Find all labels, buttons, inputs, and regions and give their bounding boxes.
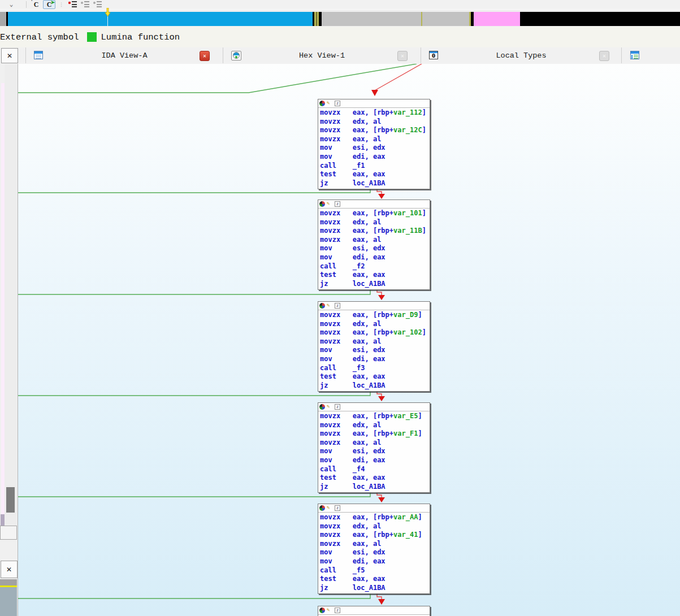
graph-view-canvas[interactable]: ✎zmovzx eax, [rbp+var_112]movzx edx, alm… (18, 64, 680, 616)
asm-line[interactable]: jz loc_A1BA (320, 584, 430, 593)
asm-line[interactable]: jz loc_A1BA (320, 381, 430, 391)
nav-band-segment[interactable] (8, 12, 313, 26)
asm-line[interactable]: movzx edx, al (320, 320, 430, 329)
frame-node-icon[interactable]: z (335, 101, 340, 106)
close-panel-button[interactable]: ✕ (1, 48, 18, 63)
link-list-icon[interactable] (93, 1, 102, 8)
asm-line[interactable]: mov esi, edx (320, 244, 430, 253)
nav-band-segment[interactable] (0, 12, 6, 26)
asm-line[interactable]: call _f4 (320, 465, 430, 474)
asm-line[interactable]: movzx eax, al (320, 337, 430, 346)
nav-band-segment[interactable] (422, 12, 469, 26)
edit-node-icon[interactable]: ✎ (327, 201, 333, 207)
asm-line[interactable]: mov edi, eax (320, 355, 430, 364)
tab-local-types[interactable]: Local Types 0 ✕ (421, 47, 621, 63)
color-wheel-icon[interactable] (319, 201, 325, 207)
asm-line[interactable]: mov esi, edx (320, 548, 430, 557)
asm-line[interactable]: call _f1 (320, 162, 430, 171)
asm-line[interactable]: mov esi, edx (320, 144, 430, 153)
color-wheel-icon[interactable] (319, 303, 325, 309)
link-list-icon[interactable] (81, 1, 90, 8)
basic-block[interactable]: ✎zmovzx eax, [rbp+var_E5]movzx edx, almo… (318, 402, 430, 493)
asm-line[interactable]: test eax, eax (320, 575, 430, 584)
asm-line[interactable]: movzx eax, al (320, 540, 430, 549)
edit-node-icon[interactable]: ✎ (327, 608, 333, 613)
asm-line[interactable]: test eax, eax (320, 170, 430, 179)
graph-overview-panel[interactable] (0, 579, 17, 616)
windows-list-icon[interactable] (630, 51, 639, 59)
asm-line[interactable]: mov edi, eax (320, 153, 430, 162)
asm-line[interactable]: jz loc_A1BA (320, 179, 430, 188)
asm-line[interactable]: movzx edx, al (320, 218, 430, 227)
asm-line[interactable]: movzx eax, [rbp+var_102] (320, 328, 430, 337)
asm-line[interactable]: movzx edx, al (320, 522, 430, 531)
asm-line[interactable]: call _f5 (320, 566, 430, 575)
asm-line[interactable]: test eax, eax (320, 474, 430, 483)
asm-line[interactable]: mov esi, edx (320, 447, 430, 456)
basic-block[interactable]: ✎zmovzx eax, [rbp+var_112]movzx edx, alm… (318, 99, 430, 189)
asm-line[interactable]: call _f2 (320, 262, 430, 271)
asm-line[interactable]: call _f3 (320, 364, 430, 373)
tab-hex-view-1[interactable]: Hex View-1 ✕ (223, 47, 421, 63)
close-tab-icon[interactable]: ✕ (397, 51, 408, 61)
asm-line[interactable]: test eax, eax (320, 271, 430, 280)
edit-node-icon[interactable]: ✎ (327, 303, 333, 309)
block-header[interactable]: ✎z (318, 606, 430, 615)
asm-line[interactable]: movzx eax, [rbp+var_41] (320, 531, 430, 540)
asm-line[interactable]: movzx eax, al (320, 135, 430, 144)
basic-block[interactable]: ✎zmovzx eax, [rbp+var_D9]movzx edx, almo… (318, 301, 430, 392)
asm-line[interactable]: movzx eax, [rbp+var_112] (320, 109, 430, 118)
scrollbar-thumb[interactable] (6, 487, 15, 513)
edit-node-icon[interactable]: ✎ (327, 404, 333, 410)
color-wheel-icon[interactable] (319, 101, 325, 106)
asm-line[interactable]: test eax, eax (320, 372, 430, 381)
basic-block[interactable]: ✎zmovzx eax, [rbp+var_101]movzx edx, alm… (318, 199, 430, 290)
close-panel-button[interactable]: ✕ (1, 561, 18, 578)
asm-line[interactable]: jz loc_A1BA (320, 483, 430, 492)
nav-band-segment[interactable] (322, 12, 421, 26)
asm-line[interactable]: movzx eax, al (320, 236, 430, 245)
edit-node-icon[interactable]: ✎ (327, 101, 333, 106)
basic-block[interactable]: ✎zmovzx eax, [rbp+var_AA]movzx edx, almo… (318, 504, 430, 594)
edit-node-icon[interactable]: ✎ (327, 505, 333, 511)
asm-line[interactable]: movzx eax, [rbp+var_D9] (320, 311, 430, 320)
scrollbar-end-box[interactable] (0, 526, 17, 540)
close-tab-icon[interactable]: ✕ (599, 51, 609, 61)
block-header[interactable]: ✎z (318, 504, 430, 513)
frame-node-icon[interactable]: z (335, 404, 340, 410)
nav-band-segment[interactable] (474, 12, 520, 26)
side-panel-thumb[interactable] (1, 514, 5, 526)
breakpoint-list-icon[interactable] (68, 1, 77, 8)
compile-c-button[interactable]: C ➤ (43, 0, 55, 9)
block-header[interactable]: ✎z (318, 403, 430, 411)
vertical-scrollbar[interactable] (5, 64, 18, 526)
asm-line[interactable]: mov esi, edx (320, 346, 430, 355)
frame-node-icon[interactable]: z (335, 608, 340, 613)
asm-line[interactable]: jz loc_A1BA (320, 280, 430, 289)
chevron-down-icon[interactable]: ⌄ (0, 2, 23, 7)
basic-block[interactable]: ✎zmovzx eax, [rbp+var_1] (318, 606, 430, 616)
asm-line[interactable]: movzx edx, al (320, 118, 430, 127)
quick-c-view-button[interactable]: ' C (31, 1, 42, 8)
asm-line[interactable]: movzx eax, [rbp+var_101] (320, 209, 430, 218)
asm-line[interactable]: movzx eax, [rbp+var_11B] (320, 227, 430, 236)
close-tab-icon[interactable]: ✕ (200, 51, 210, 61)
frame-node-icon[interactable]: z (335, 303, 340, 309)
asm-line[interactable]: movzx eax, al (320, 439, 430, 448)
asm-line[interactable]: mov edi, eax (320, 253, 430, 262)
asm-line[interactable]: movzx eax, [rbp+var_F1] (320, 430, 430, 439)
nav-band-segment[interactable] (520, 12, 680, 26)
asm-line[interactable]: mov edi, eax (320, 557, 430, 566)
frame-node-icon[interactable]: z (335, 201, 340, 207)
asm-line[interactable]: movzx eax, [rbp+var_AA] (320, 513, 430, 522)
color-wheel-icon[interactable] (319, 404, 325, 410)
asm-line[interactable]: mov edi, eax (320, 456, 430, 465)
asm-line[interactable]: movzx edx, al (320, 421, 430, 430)
asm-line[interactable]: movzx eax, [rbp+var_12C] (320, 126, 430, 135)
color-wheel-icon[interactable] (319, 505, 325, 511)
navigator-band[interactable] (0, 12, 680, 26)
color-wheel-icon[interactable] (319, 608, 325, 613)
current-position-arrow-icon[interactable] (105, 8, 111, 17)
tab-ida-view-a[interactable]: IDA View-A ✕ (26, 47, 223, 63)
block-header[interactable]: ✎z (318, 302, 430, 310)
